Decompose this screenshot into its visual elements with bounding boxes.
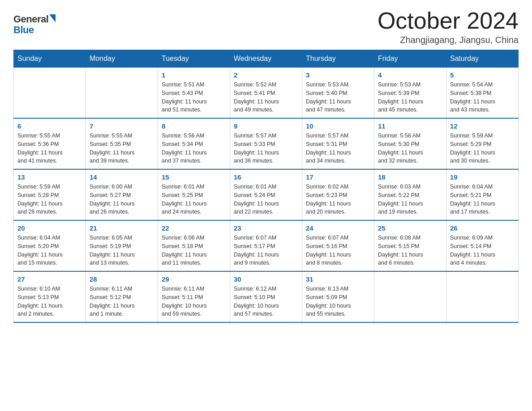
day-info: Sunrise: 6:05 AMSunset: 5:19 PMDaylight:… [90,234,154,267]
calendar-cell: 2Sunrise: 5:52 AMSunset: 5:41 PMDaylight… [230,68,302,119]
day-info: Sunrise: 6:07 AMSunset: 5:17 PMDaylight:… [234,234,298,267]
page-header: General Blue October 2024 Zhangjiagang, … [13,9,519,45]
day-number: 20 [17,224,82,232]
day-number: 17 [306,173,370,181]
calendar-week-2: 6Sunrise: 5:55 AMSunset: 5:36 PMDaylight… [14,118,519,169]
day-info: Sunrise: 6:01 AMSunset: 5:25 PMDaylight:… [162,183,226,216]
calendar-cell: 18Sunrise: 6:03 AMSunset: 5:22 PMDayligh… [374,169,446,220]
calendar-week-1: 1Sunrise: 5:51 AMSunset: 5:43 PMDaylight… [14,68,519,119]
day-info: Sunrise: 6:13 AMSunset: 5:09 PMDaylight:… [306,285,370,318]
weekday-header-sunday: Sunday [14,50,86,68]
day-info: Sunrise: 5:55 AMSunset: 5:35 PMDaylight:… [90,132,154,165]
calendar-header-row: SundayMondayTuesdayWednesdayThursdayFrid… [14,50,519,68]
day-info: Sunrise: 5:56 AMSunset: 5:34 PMDaylight:… [162,132,226,165]
day-number: 1 [162,71,226,79]
day-number: 30 [234,275,298,283]
calendar-week-4: 20Sunrise: 6:04 AMSunset: 5:20 PMDayligh… [14,220,519,271]
weekday-header-monday: Monday [86,50,158,68]
day-number: 8 [162,122,226,130]
calendar-cell: 27Sunrise: 6:10 AMSunset: 5:13 PMDayligh… [14,271,86,322]
calendar-week-3: 13Sunrise: 5:59 AMSunset: 5:28 PMDayligh… [14,169,519,220]
calendar-cell: 28Sunrise: 6:11 AMSunset: 5:12 PMDayligh… [86,271,158,322]
calendar-cell: 6Sunrise: 5:55 AMSunset: 5:36 PMDaylight… [14,118,86,169]
day-info: Sunrise: 6:12 AMSunset: 5:10 PMDaylight:… [234,285,298,318]
day-number: 18 [378,173,442,181]
day-number: 22 [162,224,226,232]
day-info: Sunrise: 5:57 AMSunset: 5:31 PMDaylight:… [306,132,370,165]
day-number: 29 [162,275,226,283]
calendar-cell: 15Sunrise: 6:01 AMSunset: 5:25 PMDayligh… [158,169,230,220]
day-number: 16 [234,173,298,181]
weekday-header-tuesday: Tuesday [158,50,230,68]
day-info: Sunrise: 5:55 AMSunset: 5:36 PMDaylight:… [17,132,82,165]
day-number: 25 [378,224,442,232]
calendar-cell: 14Sunrise: 6:00 AMSunset: 5:27 PMDayligh… [86,169,158,220]
day-number: 19 [450,173,515,181]
calendar-cell: 25Sunrise: 6:08 AMSunset: 5:15 PMDayligh… [374,220,446,271]
day-number: 15 [162,173,226,181]
calendar-cell: 23Sunrise: 6:07 AMSunset: 5:17 PMDayligh… [230,220,302,271]
calendar-cell: 8Sunrise: 5:56 AMSunset: 5:34 PMDaylight… [158,118,230,169]
weekday-header-wednesday: Wednesday [230,50,302,68]
day-number: 4 [378,71,442,79]
calendar-cell: 9Sunrise: 5:57 AMSunset: 5:33 PMDaylight… [230,118,302,169]
logo-general: General [13,13,48,25]
calendar-cell: 21Sunrise: 6:05 AMSunset: 5:19 PMDayligh… [86,220,158,271]
day-info: Sunrise: 6:08 AMSunset: 5:15 PMDaylight:… [378,234,442,267]
day-number: 3 [306,71,370,79]
day-number: 27 [17,275,82,283]
calendar-cell: 11Sunrise: 5:58 AMSunset: 5:30 PMDayligh… [374,118,446,169]
day-info: Sunrise: 6:06 AMSunset: 5:18 PMDaylight:… [162,234,226,267]
calendar-cell: 26Sunrise: 6:09 AMSunset: 5:14 PMDayligh… [446,220,519,271]
day-info: Sunrise: 5:51 AMSunset: 5:43 PMDaylight:… [162,81,226,114]
day-info: Sunrise: 5:59 AMSunset: 5:28 PMDaylight:… [17,183,82,216]
day-info: Sunrise: 6:11 AMSunset: 5:11 PMDaylight:… [162,285,226,318]
weekday-header-friday: Friday [374,50,446,68]
calendar-cell: 30Sunrise: 6:12 AMSunset: 5:10 PMDayligh… [230,271,302,322]
day-number: 26 [450,224,515,232]
calendar-cell: 4Sunrise: 5:53 AMSunset: 5:39 PMDaylight… [374,68,446,119]
calendar-cell: 1Sunrise: 5:51 AMSunset: 5:43 PMDaylight… [158,68,230,119]
day-number: 28 [90,275,154,283]
logo-blue: Blue [13,24,56,36]
day-info: Sunrise: 6:04 AMSunset: 5:21 PMDaylight:… [450,183,515,216]
calendar-cell: 10Sunrise: 5:57 AMSunset: 5:31 PMDayligh… [302,118,374,169]
calendar-cell [86,68,158,119]
day-number: 7 [90,122,154,130]
day-number: 21 [90,224,154,232]
day-number: 6 [17,122,82,130]
logo: General Blue [13,13,56,36]
day-number: 14 [90,173,154,181]
day-info: Sunrise: 5:58 AMSunset: 5:30 PMDaylight:… [378,132,442,165]
day-info: Sunrise: 6:04 AMSunset: 5:20 PMDaylight:… [17,234,82,267]
calendar-cell: 31Sunrise: 6:13 AMSunset: 5:09 PMDayligh… [302,271,374,322]
day-info: Sunrise: 6:03 AMSunset: 5:22 PMDaylight:… [378,183,442,216]
day-number: 5 [450,71,515,79]
day-info: Sunrise: 6:01 AMSunset: 5:24 PMDaylight:… [234,183,298,216]
day-number: 13 [17,173,82,181]
calendar-cell: 5Sunrise: 5:54 AMSunset: 5:38 PMDaylight… [446,68,519,119]
calendar-cell [446,271,519,322]
month-year-title: October 2024 [378,9,519,32]
calendar-cell: 7Sunrise: 5:55 AMSunset: 5:35 PMDaylight… [86,118,158,169]
calendar-cell: 19Sunrise: 6:04 AMSunset: 5:21 PMDayligh… [446,169,519,220]
calendar-cell [14,68,86,119]
day-info: Sunrise: 6:11 AMSunset: 5:12 PMDaylight:… [90,285,154,318]
day-number: 9 [234,122,298,130]
calendar-cell: 29Sunrise: 6:11 AMSunset: 5:11 PMDayligh… [158,271,230,322]
calendar-cell: 3Sunrise: 5:53 AMSunset: 5:40 PMDaylight… [302,68,374,119]
logo-arrow-icon [49,14,56,22]
calendar-cell: 16Sunrise: 6:01 AMSunset: 5:24 PMDayligh… [230,169,302,220]
day-info: Sunrise: 5:54 AMSunset: 5:38 PMDaylight:… [450,81,515,114]
calendar-week-5: 27Sunrise: 6:10 AMSunset: 5:13 PMDayligh… [14,271,519,322]
day-number: 10 [306,122,370,130]
weekday-header-thursday: Thursday [302,50,374,68]
day-info: Sunrise: 5:52 AMSunset: 5:41 PMDaylight:… [234,81,298,114]
day-info: Sunrise: 6:07 AMSunset: 5:16 PMDaylight:… [306,234,370,267]
location-title: Zhangjiagang, Jiangsu, China [400,35,519,45]
calendar-cell: 12Sunrise: 5:59 AMSunset: 5:29 PMDayligh… [446,118,519,169]
day-info: Sunrise: 5:59 AMSunset: 5:29 PMDaylight:… [450,132,515,165]
day-info: Sunrise: 6:02 AMSunset: 5:23 PMDaylight:… [306,183,370,216]
day-info: Sunrise: 6:10 AMSunset: 5:13 PMDaylight:… [17,285,82,318]
day-info: Sunrise: 6:00 AMSunset: 5:27 PMDaylight:… [90,183,154,216]
